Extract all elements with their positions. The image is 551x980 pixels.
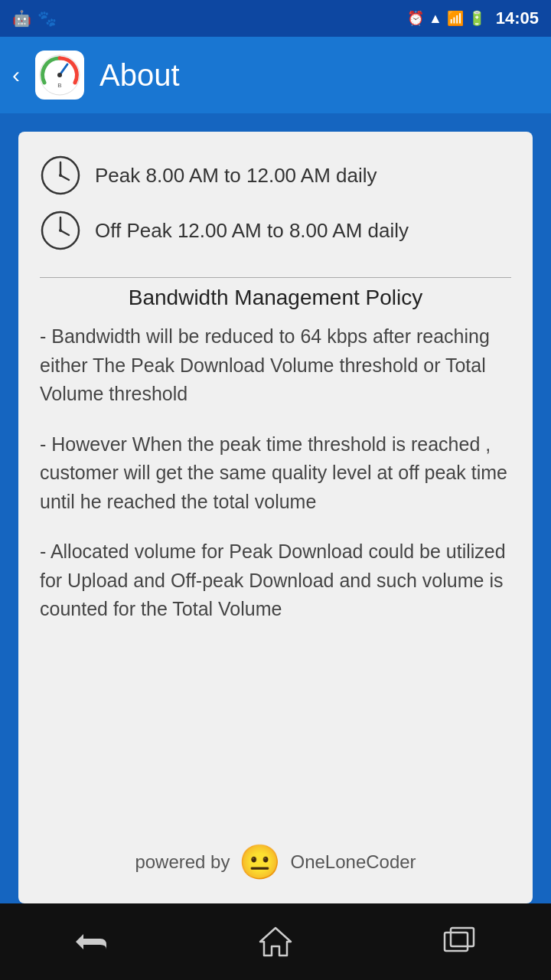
svg-point-7 [59,174,62,177]
svg-text:B: B [57,82,61,89]
peak-clock-icon [40,155,81,196]
off-peak-row: Off Peak 12.00 AM to 8.00 AM daily [40,210,511,251]
status-bar: 🤖 🐾 ⏰ ▲ 📶 🔋 14:05 [0,0,551,37]
wifi-icon: ▲ [429,11,442,27]
nav-back-button[interactable] [61,919,122,965]
status-bar-left: 🤖 🐾 [12,9,57,28]
app-bar: ‹ B About [0,37,551,113]
app-icon: B [35,51,84,100]
policy-text-1: - Bandwidth will be reduced to 64 kbps a… [40,322,511,409]
divider [40,277,511,278]
svg-rect-13 [451,928,474,946]
policy-text-2: - However When the peak time threshold i… [40,430,511,517]
off-peak-label: Off Peak 12.00 AM to 8.00 AM daily [95,219,409,243]
peak-row: Peak 8.00 AM to 12.00 AM daily [40,155,511,196]
svg-point-2 [57,73,62,77]
alarm-icon: ⏰ [407,10,424,27]
signal-icon: 📶 [447,10,464,27]
android-icon: 🤖 [12,9,31,28]
about-card: Peak 8.00 AM to 12.00 AM daily Off Peak … [18,132,533,903]
footer: powered by 😐 OneLoneCoder [40,830,511,882]
section-title: Bandwidth Management Policy [40,286,511,310]
page-title: About [99,58,180,93]
back-button[interactable]: ‹ [12,62,20,88]
main-content: Peak 8.00 AM to 12.00 AM daily Off Peak … [0,113,551,903]
svg-rect-12 [445,933,468,951]
powered-by-text: powered by [135,851,230,873]
nav-home-button[interactable] [245,919,306,965]
policy-text-3: - Allocated volume for Peak Download cou… [40,537,511,624]
android-icon2: 🐾 [37,9,57,28]
author-text: OneLoneCoder [290,851,416,873]
nav-recents-button[interactable] [429,919,490,965]
emoji-icon: 😐 [239,842,281,882]
peak-label: Peak 8.00 AM to 12.00 AM daily [95,164,377,188]
status-time: 14:05 [496,8,539,28]
svg-point-11 [59,229,62,232]
bottom-nav [0,903,551,980]
off-peak-clock-icon [40,210,81,251]
status-icons: ⏰ ▲ 📶 🔋 14:05 [407,8,539,28]
battery-icon: 🔋 [468,10,485,27]
